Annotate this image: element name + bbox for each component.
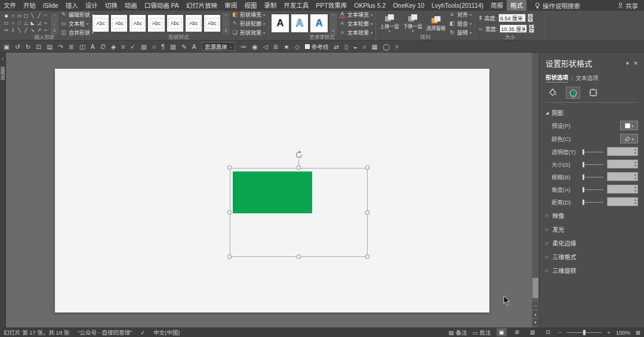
- shape-option[interactable]: △: [23, 20, 29, 27]
- shape-option[interactable]: ⇨: [3, 27, 10, 34]
- qat-overflow-icon[interactable]: ▿: [395, 41, 398, 53]
- slide-sorter-view-button[interactable]: ⊞: [512, 328, 522, 336]
- handle-bottom-center[interactable]: [297, 255, 301, 259]
- tab-review[interactable]: 审阅: [221, 0, 241, 11]
- tab-home[interactable]: 开始: [20, 0, 39, 11]
- size-slider[interactable]: [583, 161, 603, 167]
- wordart-more-icon[interactable]: ≡: [330, 27, 337, 34]
- tab-view[interactable]: 视图: [241, 0, 260, 11]
- blur-field[interactable]: ▲▼: [607, 172, 638, 181]
- tab-okplus[interactable]: OKPlus 5.2: [350, 0, 389, 11]
- width-input[interactable]: [500, 24, 527, 33]
- handle-middle-left[interactable]: [227, 210, 232, 215]
- shape-fill-button[interactable]: ◧ 形状填充 ▾: [232, 11, 265, 19]
- next-slide-icon[interactable]: ▼: [532, 318, 539, 326]
- tab-developer[interactable]: 开发工具: [280, 0, 312, 11]
- shape-option[interactable]: ◿: [36, 20, 42, 27]
- list-icon[interactable]: ≡: [121, 41, 125, 53]
- shape-option[interactable]: ◠: [42, 13, 49, 20]
- arrange-qat-icon[interactable]: ◫: [79, 41, 85, 53]
- grid-icon[interactable]: ▦: [372, 41, 378, 53]
- guides-toggle[interactable]: 参考线: [305, 42, 329, 51]
- distance-field[interactable]: ▲▼: [607, 197, 638, 206]
- tab-pocket-animation[interactable]: 口袋动画 PA: [141, 0, 183, 11]
- slide-canvas-area[interactable]: [6, 53, 532, 327]
- section-3d-format[interactable]: ▷ 三维格式: [546, 252, 638, 261]
- section-reflection[interactable]: ▷ 映像: [546, 211, 638, 220]
- format-painter-icon[interactable]: ◈: [111, 41, 116, 53]
- gallery-up-icon[interactable]: ⌃: [51, 13, 58, 20]
- save-icon[interactable]: ▣: [4, 41, 10, 53]
- tab-file[interactable]: 文件: [0, 0, 20, 11]
- shape-style-thumb[interactable]: Abc: [186, 15, 202, 32]
- handle-bottom-right[interactable]: [365, 255, 369, 259]
- shape-option[interactable]: ⌐: [42, 20, 49, 27]
- tab-format-active[interactable]: 格式: [507, 0, 526, 11]
- normal-view-button[interactable]: ▣: [497, 328, 507, 336]
- tab-slideshow[interactable]: 幻灯片放映: [183, 0, 221, 11]
- blur-slider[interactable]: [583, 174, 603, 180]
- bullets-icon[interactable]: ≔: [241, 41, 247, 53]
- panel-close-icon[interactable]: ✕: [633, 60, 638, 66]
- gallery-more-icon[interactable]: ≡: [51, 27, 58, 34]
- shape-option[interactable]: ◣: [29, 20, 36, 27]
- shape-option[interactable]: ▢: [23, 13, 29, 20]
- shape-option[interactable]: ○: [10, 20, 16, 27]
- paragraph-icon[interactable]: ¶: [161, 41, 165, 53]
- thumbnail-pane-collapsed[interactable]: › 缩略图: [0, 53, 6, 327]
- rotate-qat-icon[interactable]: ↷: [58, 41, 63, 53]
- tab-jianbao[interactable]: 简报: [487, 0, 507, 11]
- tab-insert[interactable]: 插入: [62, 0, 82, 11]
- wordart-down-icon[interactable]: ⌄: [330, 20, 337, 27]
- text-fill-button[interactable]: A 文本填充 ▾: [339, 11, 372, 19]
- angle-slider[interactable]: [583, 186, 603, 192]
- share-button[interactable]: 共享: [618, 1, 638, 10]
- shadow-color-dropdown[interactable]: ▾: [620, 134, 638, 143]
- wordart-up-icon[interactable]: ⌃: [330, 13, 337, 20]
- shape-option[interactable]: ╲: [29, 13, 36, 20]
- shape-style-thumb[interactable]: Abc: [204, 15, 220, 32]
- slideshow-from-current-icon[interactable]: ⊡: [36, 41, 42, 53]
- scrollbar-thumb[interactable]: [532, 278, 538, 298]
- shape-option[interactable]: ╱: [23, 27, 29, 34]
- handle-top-right[interactable]: [365, 166, 369, 170]
- tab-onekey[interactable]: OneKey 10: [389, 0, 428, 11]
- section-soft-edges[interactable]: ▷ 柔化边缘: [546, 238, 638, 247]
- effects-icon-selected[interactable]: [566, 87, 580, 99]
- wordart-thumb-plain[interactable]: A: [272, 14, 289, 32]
- shape-style-thumb[interactable]: Abc: [130, 15, 146, 32]
- shape-style-thumb[interactable]: Abc: [93, 15, 109, 32]
- check-icon[interactable]: ✓: [130, 41, 135, 53]
- handle-top-center[interactable]: [297, 166, 301, 170]
- text-box-qat-icon[interactable]: ≣: [69, 41, 74, 53]
- rotate-handle-icon[interactable]: [294, 150, 304, 160]
- shape-gallery[interactable]: ◆ ☆ ▭ ▢ ╲ ╱ ◠ ▭ ○ □ △ ◣ ◿ ⌐ ⇨ ⇩ ╲ ╱ ↘ ↗: [3, 13, 49, 34]
- reading-view-button[interactable]: ▤: [528, 328, 538, 336]
- sound-icon[interactable]: ◁: [263, 41, 267, 53]
- slideshow-view-button[interactable]: ⊡: [543, 328, 553, 336]
- text-outline-button[interactable]: A 文本轮廓 ▾: [339, 20, 372, 27]
- font-color-qat-icon[interactable]: A: [91, 41, 95, 53]
- tell-me-search[interactable]: 操作说明搜索: [535, 1, 580, 10]
- selection-pane-qat-icon[interactable]: ▤: [47, 41, 53, 53]
- shape-option[interactable]: ⇩: [10, 27, 16, 34]
- shape-style-thumb[interactable]: Abc: [167, 15, 183, 32]
- comments-toggle[interactable]: ▭ 批注: [473, 328, 491, 336]
- handle-top-left[interactable]: [227, 166, 232, 170]
- previous-slide-icon[interactable]: ▲: [532, 310, 539, 318]
- height-stepper[interactable]: ▲▼: [528, 14, 533, 22]
- shape-option[interactable]: □: [16, 20, 23, 27]
- font-color-a-icon[interactable]: A: [192, 41, 196, 53]
- shape-style-thumb[interactable]: Abc: [111, 15, 127, 32]
- clipboard-icon[interactable]: ▯: [344, 41, 348, 53]
- tab-islide[interactable]: iSlide: [39, 0, 62, 11]
- expand-pane-icon[interactable]: ›: [0, 56, 5, 62]
- zoom-slider[interactable]: [567, 329, 602, 335]
- shape-style-thumb[interactable]: Abc: [148, 15, 164, 32]
- tab-lvyhtools[interactable]: LvyhTools(201114): [428, 0, 487, 11]
- section-glow[interactable]: ▷ 发光: [546, 225, 638, 234]
- shape-option[interactable]: ↗: [36, 27, 42, 34]
- spellcheck-icon[interactable]: ✓: [140, 329, 145, 336]
- panel-menu-icon[interactable]: ▾: [626, 60, 629, 66]
- bring-forward-button[interactable]: 上移一层 ▾: [379, 13, 400, 34]
